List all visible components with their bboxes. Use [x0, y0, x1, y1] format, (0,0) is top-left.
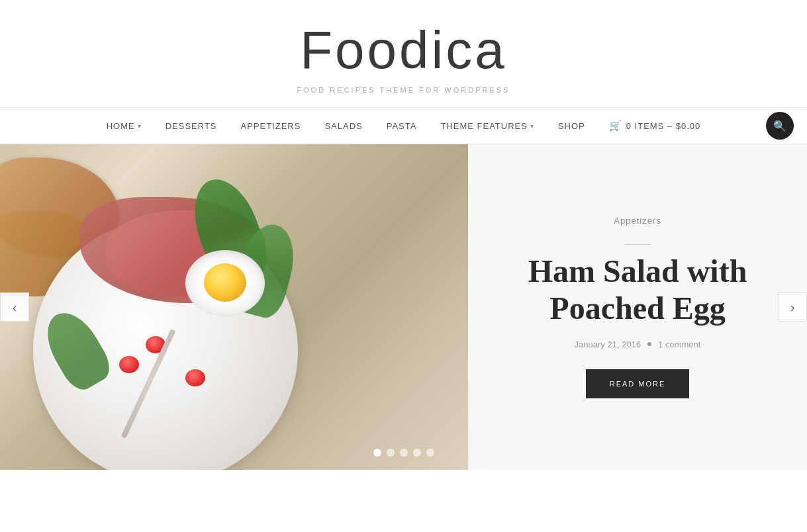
cart-icon: 🛒 [609, 120, 622, 132]
nav-item-theme-features[interactable]: THEME FEATURES ▾ [428, 109, 546, 143]
nav-link-home[interactable]: HOME ▾ [95, 109, 154, 143]
slider-dot-5[interactable] [426, 449, 434, 457]
hero-slider: Appetizers Ham Salad with Poached Egg Ja… [0, 144, 807, 470]
hero-divider [624, 244, 651, 245]
slider-dot-3[interactable] [400, 449, 408, 457]
nav-item-salads[interactable]: SALADS [312, 109, 374, 143]
search-button[interactable]: 🔍 [766, 112, 794, 140]
nav-menu: HOME ▾ DESSERTS APPETIZERS SALADS [95, 108, 713, 144]
read-more-button[interactable]: READ MORE [586, 369, 690, 398]
nav-link-appetizers[interactable]: APPETIZERS [229, 109, 313, 143]
nav-link-theme-features[interactable]: THEME FEATURES ▾ [428, 109, 546, 143]
hero-comments: 1 comment [658, 339, 700, 349]
hero-date: January 21, 2016 [575, 339, 641, 349]
nav-item-shop[interactable]: SHOP [546, 109, 597, 143]
chevron-right-icon: › [790, 300, 795, 315]
nav-item-desserts[interactable]: DESSERTS [154, 109, 229, 143]
egg-yolk-decoration [204, 263, 246, 302]
chevron-down-icon: ▾ [138, 122, 142, 130]
site-title[interactable]: Foodica [13, 20, 794, 81]
nav-item-home[interactable]: HOME ▾ [95, 109, 154, 143]
slider-dot-2[interactable] [387, 449, 395, 457]
tomato-decoration-1 [119, 356, 139, 373]
nav-link-desserts[interactable]: DESSERTS [154, 109, 229, 143]
hero-category: Appetizers [614, 216, 661, 226]
food-background [0, 144, 468, 470]
chevron-down-icon-2: ▾ [530, 122, 534, 130]
site-header: Foodica FOOD RECIPES THEME FOR WORDPRESS [0, 0, 807, 107]
hero-title: Ham Salad with Poached Egg [508, 253, 767, 326]
slider-dot-4[interactable] [413, 449, 421, 457]
nav-link-pasta[interactable]: PASTA [375, 109, 429, 143]
hero-image [0, 144, 468, 470]
site-tagline: FOOD RECIPES THEME FOR WORDPRESS [13, 86, 794, 94]
slider-dots [373, 449, 434, 457]
slider-dot-1[interactable] [373, 449, 381, 457]
nav-item-appetizers[interactable]: APPETIZERS [229, 109, 313, 143]
search-icon: 🔍 [773, 120, 786, 132]
chevron-left-icon: ‹ [13, 300, 17, 315]
hero-meta: January 21, 2016 1 comment [575, 339, 701, 349]
site-navigation: HOME ▾ DESSERTS APPETIZERS SALADS [0, 107, 807, 144]
slider-next-button[interactable]: › [778, 292, 807, 322]
cart-link[interactable]: 🛒 0 ITEMS – $0.00 [597, 108, 713, 144]
hero-text-panel: Appetizers Ham Salad with Poached Egg Ja… [468, 144, 807, 470]
nav-link-salads[interactable]: SALADS [312, 109, 374, 143]
slider-prev-button[interactable]: ‹ [0, 292, 29, 322]
nav-item-pasta[interactable]: PASTA [375, 109, 429, 143]
tomato-decoration-3 [185, 369, 205, 386]
meta-separator [647, 342, 651, 346]
nav-link-shop[interactable]: SHOP [546, 109, 597, 143]
nav-item-cart[interactable]: 🛒 0 ITEMS – $0.00 [597, 108, 713, 144]
